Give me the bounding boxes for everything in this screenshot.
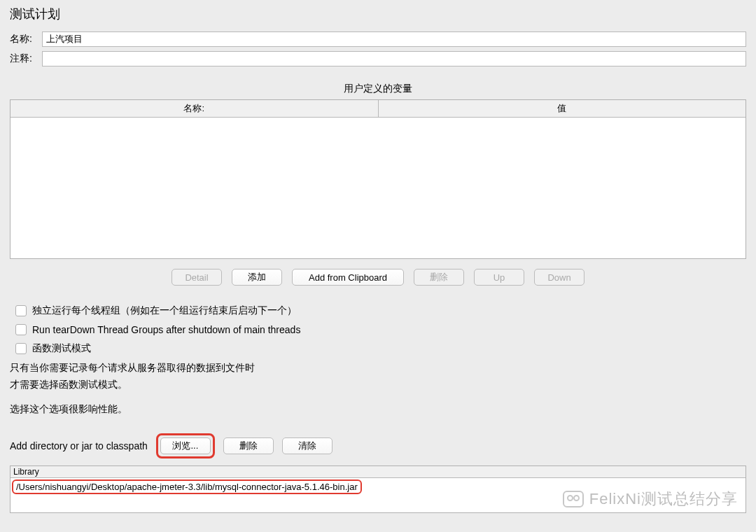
browse-button[interactable]: 浏览... <box>160 438 211 454</box>
page-title: 测试计划 <box>0 0 756 29</box>
user-vars-table[interactable]: 名称: 值 <box>10 99 746 259</box>
name-input[interactable] <box>42 31 746 47</box>
funcmode-label: 函数测试模式 <box>32 342 91 355</box>
note-line3: 选择这个选项很影响性能。 <box>0 393 756 418</box>
library-table[interactable]: Library /Users/nishuangyi/Desktop/apache… <box>10 465 746 513</box>
column-name: 名称: <box>10 100 379 117</box>
add-clipboard-button[interactable]: Add from Clipboard <box>292 269 404 286</box>
name-label: 名称: <box>10 33 42 46</box>
up-button: Up <box>474 269 524 286</box>
user-vars-title: 用户定义的变量 <box>0 69 756 99</box>
column-value: 值 <box>379 100 746 117</box>
funcmode-checkbox[interactable] <box>15 343 27 354</box>
comment-label: 注释: <box>10 52 42 65</box>
classpath-label: Add directory or jar to classpath <box>10 440 148 451</box>
delete-var-button: 删除 <box>414 269 464 286</box>
note-line2: 才需要选择函数测试模式。 <box>0 377 756 393</box>
library-row-0[interactable]: /Users/nishuangyi/Desktop/apache-jmeter-… <box>16 482 358 492</box>
teardown-checkbox[interactable] <box>15 324 27 335</box>
serialize-label: 独立运行每个线程组（例如在一个组运行结束后启动下一个） <box>32 304 297 317</box>
serialize-checkbox[interactable] <box>15 305 27 316</box>
comment-input[interactable] <box>42 51 746 66</box>
library-row-highlight: /Users/nishuangyi/Desktop/apache-jmeter-… <box>12 479 362 494</box>
highlight-browse: 浏览... <box>156 433 215 458</box>
note-line1: 只有当你需要记录每个请求从服务器取得的数据到文件时 <box>0 360 756 377</box>
clear-classpath-button[interactable]: 清除 <box>282 438 332 454</box>
add-button[interactable]: 添加 <box>232 269 282 286</box>
down-button: Down <box>534 269 584 286</box>
library-header: Library <box>10 466 746 478</box>
teardown-label: Run tearDown Thread Groups after shutdow… <box>32 324 300 335</box>
detail-button: Detail <box>172 269 222 286</box>
delete-classpath-button[interactable]: 删除 <box>223 438 274 454</box>
